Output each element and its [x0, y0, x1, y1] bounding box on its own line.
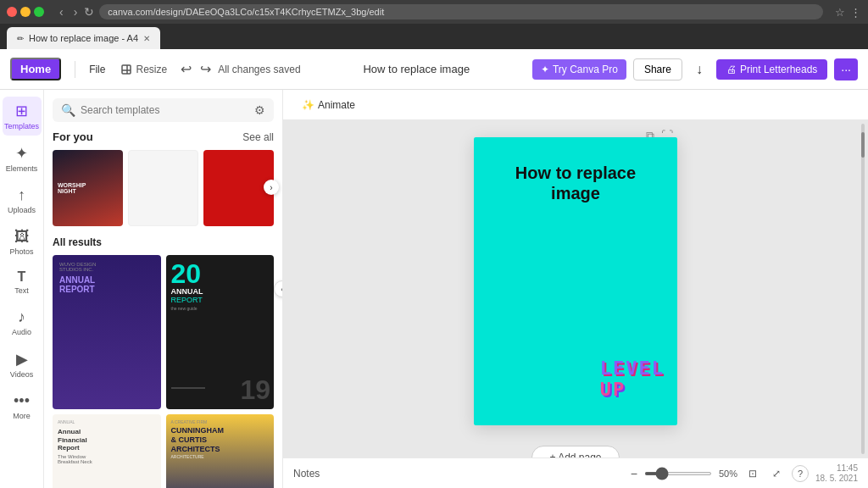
share-button[interactable]: Share [633, 58, 682, 80]
sidebar-label-elements: Elements [6, 164, 38, 173]
tpl-divider [171, 387, 205, 389]
sidebar-item-templates[interactable]: ⊞ Templates [3, 97, 42, 136]
current-time: 11:45 [815, 463, 858, 474]
tab-favicon: ✏ [17, 34, 24, 43]
carousel-next-button[interactable]: › [264, 180, 279, 195]
template-financial[interactable]: ANNUAL AnnualFinancialReport The WindowB… [53, 414, 161, 488]
sidebar-item-text[interactable]: T Text [3, 264, 42, 300]
template-plain[interactable] [128, 150, 198, 226]
refresh-button[interactable]: ↻ [84, 3, 94, 20]
browser-chrome: ‹ › ↻ canva.com/design/DAEeOQa3LCo/c15xT… [0, 0, 868, 49]
search-icon: 🔍 [61, 103, 75, 117]
tpl-financial-sub: The WindowBreakfast Neck [58, 454, 156, 464]
zoom-minus-icon[interactable]: − [631, 467, 637, 480]
animate-icon: ✨ [302, 99, 314, 111]
browser-tab[interactable]: ✏ How to replace image - A4 ✕ [7, 27, 160, 49]
url-text: canva.com/design/DAEeOQa3LCo/c15xT4KCrhy… [108, 7, 384, 17]
tpl-report-text: REPORT [171, 296, 270, 304]
text-icon: T [18, 269, 26, 285]
add-page-button[interactable]: + Add page [531, 446, 619, 458]
header-separator [75, 61, 75, 78]
more-options-button[interactable]: ··· [834, 58, 858, 80]
bottom-right-controls: − 50% ⊡ ⤢ ? 11:45 18. 5. 2021 [631, 463, 858, 484]
search-bar: 🔍 ⚙ [53, 98, 274, 122]
browser-icon-1: ☆ [835, 6, 845, 19]
save-status: All changes saved [218, 64, 300, 75]
canvas-scrollbar[interactable] [858, 120, 868, 458]
notes-label: Notes [293, 468, 320, 480]
canvas-title: How to replace image [491, 163, 660, 203]
template-annual-purple[interactable]: WUVO DESIGNSTUDIOS INC. ANNUALREPORT [53, 255, 161, 409]
current-date: 18. 5. 2021 [815, 474, 858, 484]
address-bar[interactable]: canva.com/design/DAEeOQa3LCo/c15xT4KCrhy… [99, 4, 823, 19]
print-button[interactable]: 🖨 Print Letterheads [716, 59, 827, 80]
canva-pro-icon: ✦ [541, 64, 549, 75]
tpl-arch-sub: ARCHITECTURE [171, 454, 270, 459]
download-button[interactable]: ↓ [689, 58, 709, 81]
svg-rect-0 [122, 65, 131, 74]
document-title: How to replace image [301, 63, 532, 75]
panel-collapse-button[interactable]: ‹ [274, 280, 283, 297]
maximize-window-button[interactable] [34, 7, 44, 17]
resize-menu[interactable]: Resize [114, 60, 174, 79]
minimize-window-button[interactable] [20, 7, 31, 17]
app-header: Home File Resize ↩ ↪ All changes saved H… [0, 49, 868, 90]
canvas-area: ✨ Animate ⧉ ⛶ How to replace image LEVEL [283, 90, 868, 488]
worship-title: WORSHIPNIGHT [58, 182, 118, 194]
more-icon: ••• [14, 392, 30, 410]
filter-button[interactable]: ⚙ [254, 103, 265, 117]
audio-icon: ♪ [18, 308, 25, 326]
sidebar-label-text: Text [14, 286, 29, 295]
canvas-level-up: LEVEL UP [600, 358, 665, 400]
file-menu[interactable]: File [82, 60, 112, 79]
redo-button[interactable]: ↪ [197, 59, 214, 79]
fit-page-button[interactable]: ⊡ [744, 465, 761, 482]
level-text: LEVEL [600, 358, 665, 379]
templates-icon: ⊞ [15, 102, 28, 120]
close-window-button[interactable] [7, 7, 17, 17]
tab-close-button[interactable]: ✕ [143, 34, 150, 43]
videos-icon: ▶ [16, 350, 28, 369]
browser-title-bar: ‹ › ↻ canva.com/design/DAEeOQa3LCo/c15xT… [0, 0, 868, 24]
see-all-button[interactable]: See all [242, 131, 274, 143]
sidebar-item-photos[interactable]: 🖼 Photos [3, 223, 42, 261]
sidebar-label-audio: Audio [12, 328, 31, 336]
zoom-slider[interactable] [644, 472, 712, 475]
search-input[interactable] [81, 104, 249, 116]
sidebar-item-videos[interactable]: ▶ Videos [3, 345, 42, 384]
main-content: ⊞ Templates ✦ Elements ↑ Uploads 🖼 Photo… [0, 90, 868, 488]
tpl-arch-label: A CREATIVE FIRM [171, 419, 270, 424]
home-button[interactable]: Home [10, 58, 61, 80]
help-button[interactable]: ? [792, 465, 809, 482]
browser-icon-2: ⋮ [850, 6, 861, 19]
sidebar-label-uploads: Uploads [8, 206, 36, 214]
canvas-content: ⧉ ⛶ How to replace image LEVEL UP + Add … [283, 120, 868, 458]
sidebar-item-audio[interactable]: ♪ Audio [3, 303, 42, 341]
forward-button[interactable]: › [70, 3, 81, 20]
resize-icon [120, 64, 132, 75]
undo-button[interactable]: ↩ [177, 59, 195, 79]
scroll-thumb [861, 132, 865, 158]
fullscreen-button[interactable]: ⤢ [768, 465, 785, 482]
design-canvas[interactable]: How to replace image LEVEL UP [474, 137, 677, 425]
back-button[interactable]: ‹ [56, 3, 67, 20]
sidebar-item-elements[interactable]: ✦ Elements [3, 139, 42, 178]
animate-button[interactable]: ✨ Animate [295, 96, 362, 114]
template-architects[interactable]: A CREATIVE FIRM CUNNINGHAM& CURTISARCHIT… [166, 414, 275, 488]
tpl-annual-label: ANNUAL [58, 419, 156, 424]
template-annual-dark[interactable]: 20 ANNUAL REPORT the new guide 19 [166, 255, 275, 409]
sidebar-label-more: More [13, 412, 31, 420]
time-display: 11:45 18. 5. 2021 [815, 463, 858, 484]
template-worship-night[interactable]: WORSHIPNIGHT [53, 150, 123, 226]
canva-pro-button[interactable]: ✦ Try Canva Pro [532, 59, 626, 80]
templates-panel: 🔍 ⚙ For you See all WORSHIPNIGHT › All r… [44, 90, 283, 488]
scroll-track [861, 124, 865, 454]
tpl-number-19: 19 [240, 374, 270, 406]
for-you-header: For you See all [53, 130, 274, 143]
zoom-percentage: 50% [719, 469, 737, 479]
tpl-studio-text: the new guide [171, 306, 270, 311]
sidebar-item-more[interactable]: ••• More [3, 387, 42, 425]
sidebar-item-uploads[interactable]: ↑ Uploads [3, 181, 42, 219]
photos-icon: 🖼 [14, 228, 30, 246]
tpl-arch-title: CUNNINGHAM& CURTISARCHITECTS [171, 426, 270, 453]
